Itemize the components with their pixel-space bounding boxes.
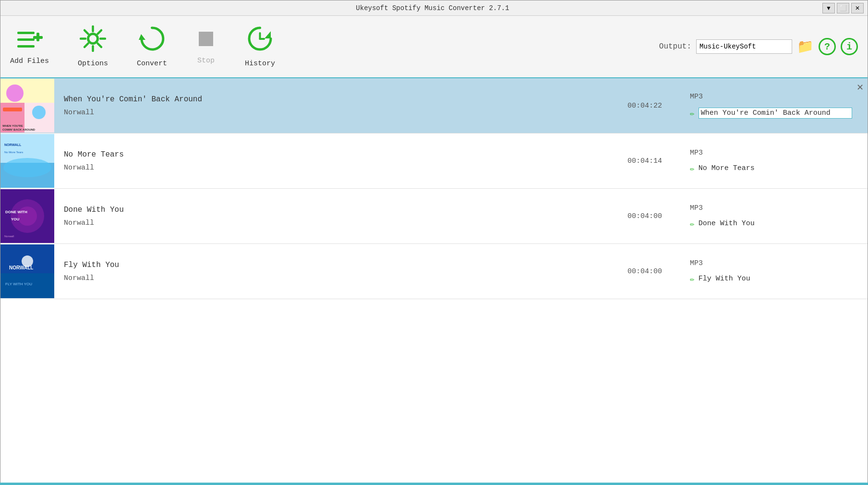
svg-line-10	[84, 30, 88, 34]
track-name-text: No More Tears	[699, 164, 755, 172]
track-format: MP3	[690, 93, 853, 101]
folder-icon[interactable]: 📁	[797, 38, 814, 55]
edit-icon: ✏️	[690, 109, 695, 118]
help-button[interactable]: ?	[819, 38, 836, 55]
svg-rect-0	[17, 32, 35, 34]
toolbar: Add Files Options	[0, 16, 868, 78]
track-row[interactable]: WHEN YOU'RE COMIN' BACK AROUND When You'…	[0, 78, 868, 133]
track-artist: Norwall	[64, 274, 608, 282]
svg-point-23	[32, 106, 46, 119]
svg-line-12	[98, 30, 102, 34]
svg-marker-14	[139, 34, 145, 40]
track-row[interactable]: DONE WITH YOU Norwall Done With You Norw…	[0, 189, 868, 244]
track-right: MP3 ✏️	[675, 78, 868, 133]
track-right: MP3 ✏️ Done With You	[675, 189, 868, 243]
history-icon	[247, 25, 273, 57]
track-right: MP3 ✏️ No More Tears	[675, 133, 868, 188]
svg-rect-4	[33, 36, 43, 39]
track-info: No More Tears Norwall	[54, 133, 618, 188]
svg-text:NORWALL: NORWALL	[9, 265, 33, 270]
svg-line-13	[84, 44, 88, 48]
track-name-input[interactable]	[699, 108, 852, 119]
album-art: WHEN YOU'RE COMIN' BACK AROUND	[0, 79, 54, 133]
svg-text:COMIN' BACK AROUND: COMIN' BACK AROUND	[2, 128, 36, 131]
edit-icon: ✏️	[690, 219, 695, 229]
add-files-label: Add Files	[10, 57, 49, 65]
track-duration: 00:04:00	[618, 244, 675, 299]
svg-rect-2	[17, 45, 35, 48]
track-artist: Norwall	[64, 164, 608, 172]
options-button[interactable]: Options	[78, 25, 108, 68]
svg-text:FLY WITH YOU: FLY WITH YOU	[5, 282, 32, 286]
add-files-button[interactable]: Add Files	[10, 28, 49, 65]
track-thumbnail: NORWALL No More Tears	[0, 133, 54, 188]
app-title: Ukeysoft Spotify Music Converter 2.7.1	[43, 4, 822, 12]
track-title: No More Tears	[64, 150, 608, 159]
info-button[interactable]: i	[841, 38, 858, 55]
track-name-edit: ✏️ Done With You	[690, 219, 853, 229]
track-duration: 00:04:00	[618, 189, 675, 243]
svg-line-11	[98, 44, 102, 48]
track-duration: 00:04:14	[618, 133, 675, 188]
track-row[interactable]: NORWALL No More Tears No More Tears Norw…	[0, 133, 868, 189]
track-thumbnail: DONE WITH YOU Norwall	[0, 189, 54, 243]
album-art: DONE WITH YOU Norwall	[0, 189, 54, 243]
track-artist: Norwall	[64, 219, 608, 227]
track-right: MP3 ✏️ Fly With You	[675, 244, 868, 299]
close-button[interactable]: ✕	[851, 3, 864, 13]
track-name-edit: ✏️	[690, 108, 853, 119]
svg-rect-1	[17, 38, 35, 41]
bottom-bar	[0, 483, 868, 485]
svg-text:No More Tears: No More Tears	[4, 151, 23, 154]
convert-label: Convert	[137, 60, 167, 68]
title-bar: Ukeysoft Spotify Music Converter 2.7.1 ▼…	[0, 0, 868, 16]
history-label: History	[245, 60, 275, 68]
track-title: Fly With You	[64, 261, 608, 269]
track-name-edit: ✏️ Fly With You	[690, 274, 853, 284]
track-format: MP3	[690, 204, 853, 212]
svg-point-29	[3, 158, 51, 177]
album-art: NORWALL FLY WITH YOU	[0, 244, 54, 298]
convert-button[interactable]: Convert	[137, 25, 167, 68]
svg-rect-24	[3, 108, 22, 111]
track-format: MP3	[690, 149, 853, 157]
track-name-edit: ✏️ No More Tears	[690, 164, 853, 173]
output-label: Output:	[659, 42, 691, 51]
album-art: NORWALL No More Tears	[0, 134, 54, 188]
remove-track-button[interactable]: ✕	[856, 82, 864, 93]
edit-icon: ✏️	[690, 274, 695, 284]
window-controls: ▼ ⬜ ✕	[822, 3, 864, 13]
minimize-button[interactable]: ▼	[822, 3, 835, 13]
svg-text:Norwall: Norwall	[4, 235, 14, 238]
history-button[interactable]: History	[245, 25, 275, 68]
output-area: Output: 📁 ? i	[659, 38, 858, 55]
svg-rect-15	[199, 32, 213, 46]
track-list: WHEN YOU'RE COMIN' BACK AROUND When You'…	[0, 78, 868, 483]
stop-button[interactable]: Stop	[196, 29, 216, 65]
track-thumbnail: WHEN YOU'RE COMIN' BACK AROUND	[0, 78, 54, 133]
track-info: Fly With You Norwall	[54, 244, 618, 299]
svg-point-22	[6, 85, 24, 102]
convert-icon	[139, 25, 165, 57]
output-input[interactable]	[696, 39, 792, 54]
svg-text:YOU: YOU	[11, 217, 20, 221]
svg-point-34	[18, 206, 37, 226]
track-thumbnail: NORWALL FLY WITH YOU	[0, 244, 54, 299]
track-artist: Norwall	[64, 109, 608, 117]
options-label: Options	[78, 60, 108, 68]
track-info: Done With You Norwall	[54, 189, 618, 243]
options-icon	[80, 25, 106, 57]
track-row[interactable]: NORWALL FLY WITH YOU Fly With You Norwal…	[0, 244, 868, 299]
stop-label: Stop	[197, 57, 215, 65]
svg-point-5	[88, 34, 98, 44]
restore-button[interactable]: ⬜	[837, 3, 849, 13]
track-name-text: Done With You	[699, 219, 755, 228]
track-name-text: Fly With You	[699, 275, 750, 283]
track-format: MP3	[690, 259, 853, 267]
svg-text:DONE WITH: DONE WITH	[5, 210, 27, 214]
svg-marker-16	[265, 31, 271, 38]
track-info: When You're Comin' Back Around Norwall	[54, 78, 618, 133]
track-title: Done With You	[64, 206, 608, 214]
track-title: When You're Comin' Back Around	[64, 95, 608, 104]
svg-text:NORWALL: NORWALL	[4, 143, 22, 146]
